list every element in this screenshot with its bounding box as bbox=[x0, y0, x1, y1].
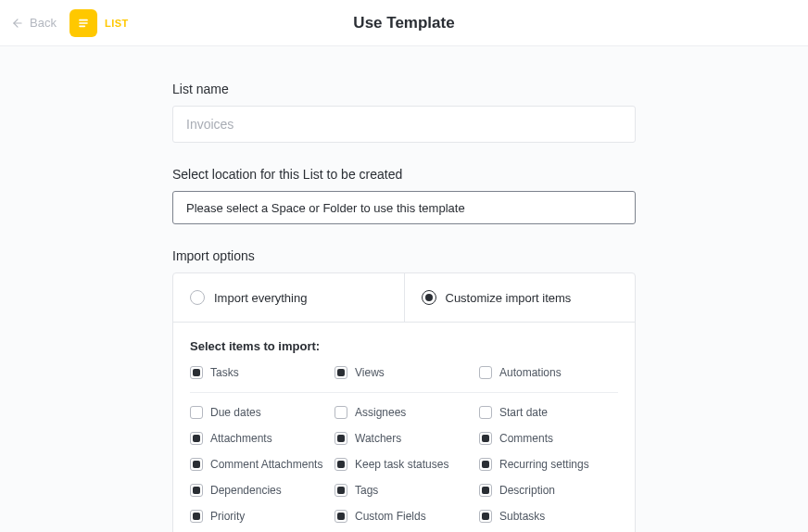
list-type-badge bbox=[69, 9, 97, 37]
arrow-left-icon bbox=[11, 17, 24, 30]
checkbox-label: Keep task statuses bbox=[355, 458, 448, 471]
list-icon bbox=[76, 16, 91, 31]
checkbox-label: Comment Attachments bbox=[210, 458, 322, 471]
checkbox-icon bbox=[190, 406, 203, 419]
checkbox-icon bbox=[335, 510, 347, 523]
checkbox-item[interactable]: Start date bbox=[479, 406, 618, 419]
checkbox-label: Start date bbox=[499, 406, 548, 419]
checkbox-label: Subtasks bbox=[499, 510, 545, 523]
page-title: Use Template bbox=[353, 14, 454, 32]
checkbox-label: Comments bbox=[499, 432, 553, 445]
import-items-heading: Select items to import: bbox=[190, 339, 618, 353]
location-select[interactable]: Please select a Space or Folder to use t… bbox=[172, 191, 636, 224]
form-content: List name Select location for this List … bbox=[172, 46, 636, 532]
checkbox-item[interactable]: Comments bbox=[479, 432, 618, 445]
checkbox-label: Priority bbox=[210, 510, 245, 523]
checkbox-icon bbox=[335, 406, 347, 419]
checkbox-label: Attachments bbox=[210, 432, 272, 445]
checkbox-item[interactable]: Subtasks bbox=[479, 510, 618, 523]
import-options-card: Import everything Customize import items… bbox=[172, 272, 636, 532]
checkbox-item[interactable]: Recurring settings bbox=[479, 458, 618, 471]
import-options-label: Import options bbox=[172, 248, 636, 263]
badge-label: LIST bbox=[105, 18, 129, 29]
checkbox-item[interactable]: Automations bbox=[479, 366, 618, 379]
checkbox-item[interactable]: Tags bbox=[335, 484, 473, 497]
radio-label: Import everything bbox=[214, 291, 307, 305]
checkbox-item[interactable]: Due dates bbox=[190, 406, 329, 419]
checkbox-label: Views bbox=[355, 366, 385, 379]
checkbox-label: Automations bbox=[499, 366, 562, 379]
checkbox-label: Watchers bbox=[355, 432, 401, 445]
import-items-grid-secondary: Due datesAssigneesStart dateAttachmentsW… bbox=[190, 406, 618, 532]
checkbox-item[interactable]: Custom Fields bbox=[335, 510, 473, 523]
checkbox-icon bbox=[479, 458, 492, 471]
checkbox-label: Due dates bbox=[210, 406, 261, 419]
location-placeholder: Please select a Space or Folder to use t… bbox=[186, 201, 465, 215]
list-name-input[interactable] bbox=[172, 106, 636, 143]
checkbox-icon bbox=[190, 432, 203, 445]
checkbox-icon bbox=[335, 458, 347, 471]
checkbox-label: Recurring settings bbox=[499, 458, 589, 471]
checkbox-icon bbox=[479, 406, 492, 419]
checkbox-icon bbox=[190, 484, 203, 497]
checkbox-item[interactable]: Watchers bbox=[335, 432, 473, 445]
checkbox-item[interactable]: Keep task statuses bbox=[335, 458, 473, 471]
import-items-body: Select items to import: TasksViewsAutoma… bbox=[173, 323, 635, 532]
checkbox-item[interactable]: Tasks bbox=[190, 366, 329, 379]
checkbox-item[interactable]: Attachments bbox=[190, 432, 329, 445]
checkbox-icon bbox=[479, 510, 492, 523]
checkbox-item[interactable]: Description bbox=[479, 484, 618, 497]
checkbox-label: Custom Fields bbox=[355, 510, 426, 523]
checkbox-icon bbox=[479, 432, 492, 445]
list-name-label: List name bbox=[172, 82, 636, 96]
modal-header: Back LIST Use Template bbox=[0, 0, 808, 46]
radio-icon bbox=[190, 290, 205, 305]
back-button[interactable]: Back bbox=[11, 16, 57, 30]
import-items-grid-primary: TasksViewsAutomations bbox=[190, 366, 618, 393]
checkbox-icon bbox=[335, 432, 347, 445]
radio-icon bbox=[422, 290, 436, 305]
checkbox-label: Tasks bbox=[210, 366, 239, 379]
checkbox-icon bbox=[190, 510, 203, 523]
checkbox-icon bbox=[479, 484, 492, 497]
import-mode-radio-row: Import everything Customize import items bbox=[173, 273, 635, 323]
checkbox-item[interactable]: Priority bbox=[190, 510, 329, 523]
radio-customize-import[interactable]: Customize import items bbox=[405, 273, 636, 322]
back-label: Back bbox=[30, 16, 57, 30]
radio-label: Customize import items bbox=[446, 291, 572, 305]
checkbox-item[interactable]: Comment Attachments bbox=[190, 458, 329, 471]
checkbox-icon bbox=[479, 366, 492, 379]
checkbox-label: Dependencies bbox=[210, 484, 282, 497]
checkbox-icon bbox=[190, 366, 203, 379]
checkbox-label: Assignees bbox=[355, 406, 406, 419]
location-label: Select location for this List to be crea… bbox=[172, 167, 636, 182]
checkbox-item[interactable]: Views bbox=[335, 366, 473, 379]
checkbox-icon bbox=[335, 484, 347, 497]
checkbox-label: Tags bbox=[355, 484, 378, 497]
radio-import-everything[interactable]: Import everything bbox=[173, 273, 405, 322]
checkbox-icon bbox=[190, 458, 203, 471]
checkbox-item[interactable]: Dependencies bbox=[190, 484, 329, 497]
checkbox-item[interactable]: Assignees bbox=[335, 406, 473, 419]
checkbox-label: Description bbox=[499, 484, 555, 497]
checkbox-icon bbox=[335, 366, 347, 379]
